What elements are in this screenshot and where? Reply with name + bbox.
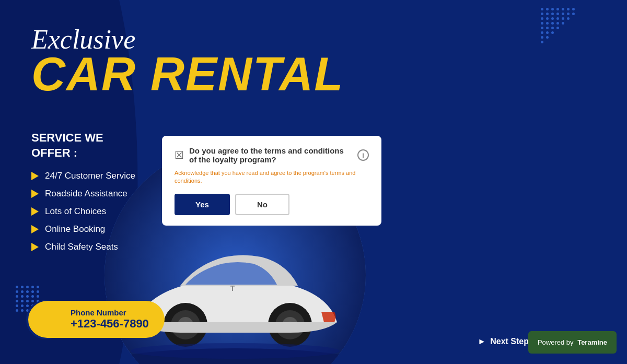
svg-point-11 [131, 343, 340, 359]
service-label-4: Online Booking [45, 224, 105, 234]
header: Exclusive CAR RENTAL [31, 26, 344, 98]
form-question-row: ☒ Do you agree to the terms and conditio… [175, 146, 369, 164]
top-dots-decoration [541, 8, 575, 45]
form-question: Do you agree to the terms and conditions… [189, 146, 352, 164]
arrow-icon [31, 207, 39, 216]
no-button[interactable]: No [235, 194, 289, 215]
service-item-1: 24/7 Customer Service [31, 171, 135, 181]
arrow-icon [31, 225, 39, 233]
service-label-2: Roadside Assistance [45, 189, 127, 199]
form-card: ☒ Do you agree to the terms and conditio… [162, 136, 381, 226]
services-section: SERVICE WEOFFER : 24/7 Customer Service … [31, 131, 135, 260]
service-label-1: 24/7 Customer Service [45, 171, 135, 181]
service-label-5: Child Safety Seats [45, 242, 118, 252]
phone-section: Phone Number +123-456-7890 [29, 301, 165, 338]
yes-button[interactable]: Yes [175, 194, 230, 215]
form-buttons: Yes No [175, 194, 369, 215]
powered-by: Powered by Teramine [528, 331, 617, 354]
service-item-2: Roadside Assistance [31, 189, 135, 199]
service-item-4: Online Booking [31, 224, 135, 234]
arrow-icon [31, 172, 39, 180]
phone-number: +123-456-7890 [71, 317, 149, 331]
phone-label: Phone Number [71, 308, 149, 317]
arrow-icon [31, 243, 39, 251]
service-label-3: Lots of Choices [45, 206, 106, 217]
svg-text:T: T [230, 284, 235, 292]
powered-by-label: Powered by [538, 338, 574, 346]
phone-btn[interactable]: Phone Number +123-456-7890 [29, 301, 165, 338]
service-item-5: Child Safety Seats [31, 242, 135, 252]
main-container: Exclusive CAR RENTAL SERVICE WEOFFER : 2… [0, 0, 627, 364]
arrow-icon [31, 190, 39, 198]
checkbox-icon: ☒ [175, 149, 184, 161]
service-item-3: Lots of Choices [31, 206, 135, 217]
services-title: SERVICE WEOFFER : [31, 131, 135, 160]
next-arrow-icon: ► [478, 337, 486, 346]
form-subtitle: Acknowledge that you have read and agree… [175, 169, 369, 185]
brand-label: Teramine [577, 338, 607, 346]
next-step-label: Next Step [490, 337, 529, 346]
car-rental-label: CAR RENTAL [31, 51, 344, 98]
info-icon[interactable]: i [357, 149, 369, 161]
